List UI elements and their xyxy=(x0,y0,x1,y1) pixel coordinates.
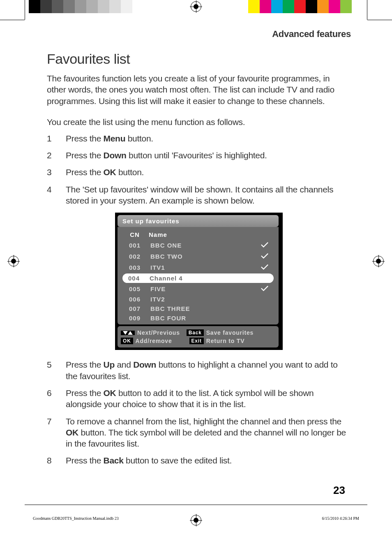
step-number: 4 xyxy=(47,184,66,206)
section-header: Advanced features xyxy=(47,29,351,39)
channel-name: ITV2 xyxy=(146,296,256,303)
channel-number: 001 xyxy=(123,242,146,249)
intro-paragraph: The favourites function lets you create … xyxy=(47,73,351,107)
step-item: 8Press the Back button to save the edite… xyxy=(47,455,351,466)
channel-number: 005 xyxy=(123,285,146,292)
step-text: Press the Down button until 'Favourites'… xyxy=(66,150,351,161)
step-text: Press the Back button to save the edited… xyxy=(66,455,351,466)
osd-channel-row: 004Channel 4 xyxy=(122,273,274,283)
channel-name: BBC THREE xyxy=(146,305,256,312)
back-button-label: Back xyxy=(187,329,204,336)
lead-paragraph: You create the list using the menu funct… xyxy=(47,117,351,127)
osd-screenshot: Set up favourites CN Name 001BBC ONE002B… xyxy=(47,213,351,350)
channel-number: 007 xyxy=(123,305,146,312)
channel-number: 006 xyxy=(123,296,146,303)
exit-button-label: Exit xyxy=(189,338,204,344)
osd-channel-row: 002BBC TWO xyxy=(123,251,273,262)
step-text: Press the OK button. xyxy=(66,167,351,178)
color-bar-grey-scale xyxy=(29,0,144,13)
steps-list: 1Press the Menu button.2Press the Down b… xyxy=(47,133,351,206)
color-bar-colors xyxy=(248,0,363,13)
step-item: 7To remove a channel from the list, high… xyxy=(47,416,351,449)
return-tv-label: Return to TV xyxy=(206,338,245,344)
arrows-icon xyxy=(121,331,135,335)
osd-window: Set up favourites CN Name 001BBC ONE002B… xyxy=(115,213,283,350)
osd-channel-row: 005FIVE xyxy=(123,283,273,294)
footer-rule xyxy=(25,505,367,505)
add-remove-label: Add/remove xyxy=(136,338,172,344)
osd-channel-row: 007BBC THREE xyxy=(123,304,273,313)
check-icon xyxy=(256,241,273,250)
step-item: 3Press the OK button. xyxy=(47,167,351,178)
crop-mark xyxy=(367,0,367,20)
channel-name: Channel 4 xyxy=(145,275,257,282)
registration-mark-icon xyxy=(191,1,201,12)
col-check xyxy=(256,231,273,238)
page-title: Favourites list xyxy=(47,51,351,67)
channel-name: BBC TWO xyxy=(146,253,256,260)
osd-channel-row: 009BBC FOUR xyxy=(123,313,273,323)
osd-channel-row: 001BBC ONE xyxy=(123,240,273,251)
osd-channel-row: 006ITV2 xyxy=(123,294,273,304)
step-item: 4The 'Set up favourites' window will be … xyxy=(47,184,351,206)
step-item: 2Press the Down button until 'Favourites… xyxy=(47,150,351,161)
save-favourites-label: Save favourites xyxy=(206,329,254,336)
col-name: Name xyxy=(146,231,256,238)
footer-timestamp: 6/15/2010 4:26:34 PM xyxy=(322,516,359,521)
col-cn: CN xyxy=(123,231,146,238)
channel-name: BBC FOUR xyxy=(146,315,256,322)
channel-name: BBC ONE xyxy=(146,242,256,249)
footer-filename: Goodmans GDB20TTS_Instruction Manual.ind… xyxy=(33,516,119,521)
step-number: 1 xyxy=(47,133,66,144)
step-text: Press the Up and Down buttons to highlig… xyxy=(66,359,351,382)
step-number: 2 xyxy=(47,150,66,161)
osd-title: Set up favourites xyxy=(118,215,279,227)
ok-button-label: OK xyxy=(121,338,133,344)
step-number: 5 xyxy=(47,359,66,382)
osd-body: CN Name 001BBC ONE002BBC TWO003ITV1004Ch… xyxy=(118,227,279,324)
step-item: 6Press the OK button to add it to the li… xyxy=(47,387,351,410)
channel-name: FIVE xyxy=(146,285,256,292)
steps-list-continued: 5Press the Up and Down buttons to highli… xyxy=(47,359,351,466)
check-icon xyxy=(256,285,273,293)
crop-mark xyxy=(25,0,25,20)
osd-column-headers: CN Name xyxy=(123,229,273,240)
channel-number: 002 xyxy=(123,253,146,260)
page-number: 23 xyxy=(333,484,345,497)
check-icon xyxy=(256,263,273,272)
registration-mark-icon xyxy=(191,515,201,526)
step-number: 8 xyxy=(47,455,66,466)
step-number: 6 xyxy=(47,387,66,410)
channel-number: 004 xyxy=(122,275,145,282)
crop-mark xyxy=(0,20,25,20)
step-number: 7 xyxy=(47,416,66,449)
page-content: Advanced features Favourites list The fa… xyxy=(47,29,351,472)
next-prev-label: Next/Previous xyxy=(137,329,180,336)
channel-name: ITV1 xyxy=(146,264,256,271)
osd-footer: Next/Previous Back Save favourites OK Ad… xyxy=(118,326,279,347)
step-text: Press the Menu button. xyxy=(66,133,351,144)
channel-number: 003 xyxy=(123,264,146,271)
check-icon xyxy=(256,252,273,261)
osd-channel-row: 003ITV1 xyxy=(123,262,273,273)
crop-mark xyxy=(367,20,392,20)
step-text: Press the OK button to add it to the lis… xyxy=(66,387,351,410)
registration-mark-icon xyxy=(373,256,384,266)
step-number: 3 xyxy=(47,167,66,178)
step-text: The 'Set up favourites' window will be s… xyxy=(66,184,351,206)
registration-mark-icon xyxy=(8,256,19,266)
step-text: To remove a channel from the list, highl… xyxy=(66,416,351,449)
step-item: 1Press the Menu button. xyxy=(47,133,351,144)
step-item: 5Press the Up and Down buttons to highli… xyxy=(47,359,351,382)
channel-number: 009 xyxy=(123,315,146,322)
